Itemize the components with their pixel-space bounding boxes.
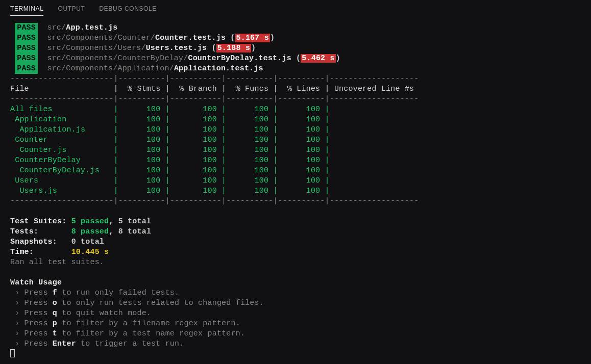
- coverage-row: Application.js | 100 | 100 | 100 | 100 |: [10, 125, 581, 135]
- test-file: App.test.js: [66, 23, 117, 32]
- test-file: CounterByDelay.test.js: [188, 54, 291, 63]
- tab-output[interactable]: OUTPUT: [58, 5, 85, 16]
- test-duration: 5.188 s: [216, 44, 251, 53]
- coverage-sep: ----------------------|----------|------…: [10, 94, 581, 105]
- terminal-output[interactable]: PASS src/App.test.js PASS src/Components…: [0, 16, 591, 360]
- watch-key: q: [53, 309, 57, 318]
- watch-usage-heading: Watch Usage: [10, 278, 581, 288]
- test-run-line: PASS src/Components/CounterByDelay/Count…: [10, 54, 581, 64]
- panel-tabs: TERMINAL OUTPUT DEBUG CONSOLE: [0, 0, 591, 16]
- test-path: src/Components/Users/: [47, 44, 145, 53]
- test-file: Users.test.js: [146, 44, 207, 53]
- test-file: Counter.test.js: [155, 34, 226, 42]
- pass-badge: PASS: [15, 54, 38, 64]
- pass-badge: PASS: [15, 43, 38, 54]
- coverage-row: CounterByDelay | 100 | 100 | 100 | 100 |: [10, 155, 581, 166]
- coverage-row: Users.js | 100 | 100 | 100 | 100 |: [10, 186, 581, 196]
- coverage-row: All files | 100 | 100 | 100 | 100 |: [10, 105, 581, 115]
- coverage-row: Counter.js | 100 | 100 | 100 | 100 |: [10, 145, 581, 155]
- watch-usage-line: › Press q to quit watch mode.: [10, 308, 581, 319]
- summary-ran: Ran all test suites.: [10, 257, 581, 268]
- coverage-row: Application | 100 | 100 | 100 | 100 |: [10, 115, 581, 125]
- test-path: src/: [47, 23, 66, 32]
- test-run-line: PASS src/App.test.js: [10, 23, 581, 33]
- summary-snapshots: Snapshots: 0 total: [10, 237, 581, 247]
- test-duration: 5.462 s: [301, 54, 335, 63]
- test-path: src/Components/Application/: [47, 64, 174, 73]
- test-run-line: PASS src/Components/Application/Applicat…: [10, 64, 581, 74]
- pass-badge: PASS: [15, 23, 38, 33]
- test-duration: 5.167 s: [235, 34, 270, 42]
- coverage-sep: ----------------------|----------|------…: [10, 196, 581, 206]
- watch-usage-line: › Press Enter to trigger a test run.: [10, 339, 581, 349]
- watch-key: p: [53, 319, 57, 328]
- watch-key: f: [53, 289, 57, 297]
- test-file: Application.test.js: [174, 64, 263, 73]
- summary-time: Time: 10.445 s: [10, 247, 581, 257]
- pass-badge: PASS: [15, 33, 38, 43]
- terminal-cursor: [10, 349, 15, 357]
- watch-usage-line: › Press p to filter by a filename regex …: [10, 319, 581, 329]
- summary-suites: Test Suites: 5 passed, 5 total: [10, 217, 581, 227]
- watch-key: t: [53, 329, 57, 338]
- coverage-row: Counter | 100 | 100 | 100 | 100 |: [10, 135, 581, 145]
- coverage-header: File | % Stmts | % Branch | % Funcs | % …: [10, 84, 581, 94]
- tab-debug-console[interactable]: DEBUG CONSOLE: [99, 5, 157, 16]
- pass-badge: PASS: [15, 64, 38, 74]
- coverage-row: CounterByDelay.js | 100 | 100 | 100 | 10…: [10, 166, 581, 176]
- test-run-line: PASS src/Components/Users/Users.test.js …: [10, 43, 581, 54]
- watch-usage-line: › Press o to only run tests related to c…: [10, 298, 581, 308]
- test-path: src/Components/Counter/: [47, 34, 155, 42]
- watch-key: Enter: [53, 340, 76, 348]
- test-run-line: PASS src/Components/Counter/Counter.test…: [10, 33, 581, 43]
- coverage-sep: ----------------------|----------|------…: [10, 74, 581, 84]
- watch-usage-line: › Press t to filter by a test name regex…: [10, 329, 581, 339]
- watch-key: o: [53, 299, 57, 307]
- coverage-row: Users | 100 | 100 | 100 | 100 |: [10, 176, 581, 186]
- watch-usage-line: › Press f to run only failed tests.: [10, 288, 581, 298]
- tab-terminal[interactable]: TERMINAL: [10, 5, 43, 16]
- test-path: src/Components/CounterByDelay/: [47, 54, 188, 63]
- summary-tests: Tests: 8 passed, 8 total: [10, 227, 581, 237]
